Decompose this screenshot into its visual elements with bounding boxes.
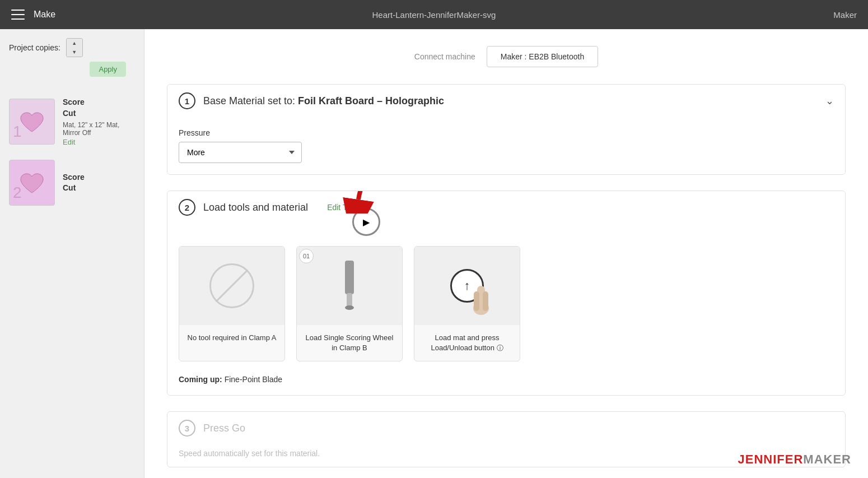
section-1-body: Pressure Default More Less bbox=[167, 117, 845, 174]
connect-machine-label: Connect machine bbox=[414, 52, 475, 61]
section-2: 2 Load tools and material bbox=[167, 191, 846, 396]
section-1: 1 Base Material set to: Foil Kraft Board… bbox=[167, 84, 846, 175]
annotation-wrap: Edit Tools ▶ bbox=[316, 202, 361, 212]
svg-rect-1 bbox=[345, 261, 354, 294]
pressure-label: Pressure bbox=[179, 128, 834, 137]
tool-card-label-clamp-b: Load Single Scoring Wheel in Clamp B bbox=[297, 325, 402, 361]
tool-card-clamp-b: 01 Load Single Scoring Wheel in Clamp B bbox=[296, 246, 403, 361]
coming-up-row: Coming up: Fine-Point Blade bbox=[179, 375, 834, 384]
step-circle-3: 3 bbox=[179, 420, 195, 437]
jennifer-text: JENNIFER bbox=[738, 452, 804, 466]
header: Make Heart-Lantern-JenniferMaker-svg Mak… bbox=[0, 0, 868, 29]
maker-text: MAKER bbox=[803, 452, 851, 466]
step-circle-1: 1 bbox=[179, 92, 195, 109]
pressure-select[interactable]: Default More Less bbox=[179, 142, 302, 163]
copies-up-btn[interactable]: ▲ bbox=[67, 39, 82, 48]
section-3-title: Press Go bbox=[203, 423, 245, 434]
section-2-header-left: 2 Load tools and material bbox=[179, 199, 361, 216]
coming-up-value: Fine-Point Blade bbox=[225, 375, 283, 384]
step-circle-2: 2 bbox=[179, 199, 195, 216]
mat-edit-1[interactable]: Edit bbox=[63, 138, 135, 146]
apply-button[interactable]: Apply bbox=[90, 62, 126, 77]
cursor-circle-annotation: ▶ bbox=[352, 208, 380, 236]
scoring-wheel-icon bbox=[333, 255, 366, 317]
no-tool-icon bbox=[209, 263, 254, 308]
material-name: Foil Kraft Board – Holographic bbox=[298, 95, 444, 106]
coming-up-prefix: Coming up: bbox=[179, 375, 225, 384]
mat-mat-info-1: Mat, 12" x 12" Mat, Mirror Off bbox=[63, 121, 135, 137]
section-1-title: Base Material set to: Foil Kraft Board –… bbox=[203, 95, 444, 107]
mat-thumbnail-2: 2 bbox=[9, 160, 55, 206]
svg-point-3 bbox=[345, 305, 354, 310]
mat-thumbnail-1: 1 bbox=[9, 99, 55, 145]
project-copies-row: Project copies: ▲ ▼ bbox=[0, 29, 144, 62]
finger-icon bbox=[467, 277, 495, 317]
section-1-header-left: 1 Base Material set to: Foil Kraft Board… bbox=[179, 92, 444, 109]
mat-info-1: ScoreCut Mat, 12" x 12" Mat, Mirror Off … bbox=[63, 97, 135, 146]
jennifermaker-footer: JENNIFERMAKER bbox=[738, 452, 851, 467]
section-2-title: Load tools and material bbox=[203, 202, 308, 214]
maker-label: Maker bbox=[833, 10, 857, 20]
mat-info-2: ScoreCut bbox=[63, 172, 85, 194]
section-2-body: No tool required in Clamp A 01 bbox=[167, 224, 845, 395]
layout: Project copies: ▲ ▼ Apply 1 ScoreCut Mat… bbox=[0, 29, 868, 478]
machine-button[interactable]: Maker : EB2B Bluetooth bbox=[487, 46, 598, 67]
section-2-header: 2 Load tools and material bbox=[167, 191, 845, 224]
section-1-header[interactable]: 1 Base Material set to: Foil Kraft Board… bbox=[167, 85, 845, 117]
tool-card-img-clamp-a bbox=[179, 247, 284, 325]
section-1-chevron: ⌄ bbox=[825, 95, 834, 107]
mat-item-1: 1 ScoreCut Mat, 12" x 12" Mat, Mirror Of… bbox=[0, 90, 144, 153]
tool-card-load-mat: ↑ bbox=[414, 246, 520, 361]
project-copies-label: Project copies: bbox=[9, 43, 60, 52]
tool-card-label-clamp-a: No tool required in Clamp A bbox=[179, 325, 284, 351]
copies-down-btn[interactable]: ▼ bbox=[67, 48, 82, 57]
tool-card-img-clamp-b: 01 bbox=[297, 247, 402, 325]
sidebar-apply-row: Apply bbox=[0, 62, 144, 90]
sidebar: Project copies: ▲ ▼ Apply 1 ScoreCut Mat… bbox=[0, 29, 144, 478]
tool-card-label-load-mat: Load mat and pressLoad/Unload button ⓘ bbox=[414, 325, 520, 361]
svg-rect-6 bbox=[474, 291, 479, 311]
copies-stepper[interactable]: ▲ ▼ bbox=[66, 38, 83, 57]
tool-card-img-load-mat: ↑ bbox=[414, 247, 520, 325]
mat-label-1: ScoreCut bbox=[63, 97, 135, 119]
mat-item-2: 2 ScoreCut bbox=[0, 153, 144, 212]
connect-row: Connect machine Maker : EB2B Bluetooth bbox=[167, 46, 846, 67]
mat-label-2: ScoreCut bbox=[63, 172, 85, 194]
main-content: Connect machine Maker : EB2B Bluetooth 1… bbox=[144, 29, 868, 478]
edit-tools-button[interactable]: Edit Tools bbox=[327, 203, 361, 212]
section-3-header: 3 Press Go bbox=[167, 412, 845, 444]
make-label: Make bbox=[34, 10, 55, 20]
menu-icon[interactable] bbox=[11, 10, 25, 20]
svg-rect-7 bbox=[483, 291, 488, 311]
scoring-wheel-badge: 01 bbox=[299, 249, 314, 263]
svg-rect-2 bbox=[347, 293, 352, 307]
tool-cards: No tool required in Clamp A 01 bbox=[179, 246, 834, 361]
file-title: Heart-Lantern-JenniferMaker-svg bbox=[372, 10, 496, 20]
tool-card-clamp-a: No tool required in Clamp A bbox=[179, 246, 285, 361]
